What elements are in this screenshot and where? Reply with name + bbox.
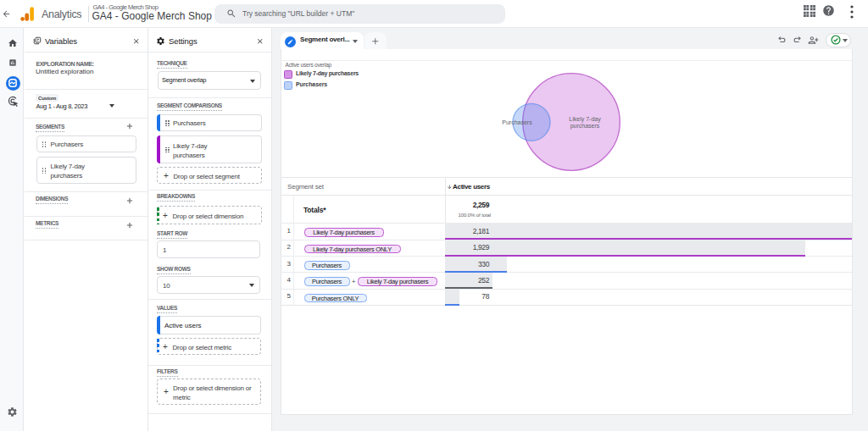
svg-text:purchasers: purchasers [570,123,600,130]
svg-text:Purchasers: Purchasers [502,119,532,125]
svg-text:Likely 7-day: Likely 7-day [569,116,601,123]
